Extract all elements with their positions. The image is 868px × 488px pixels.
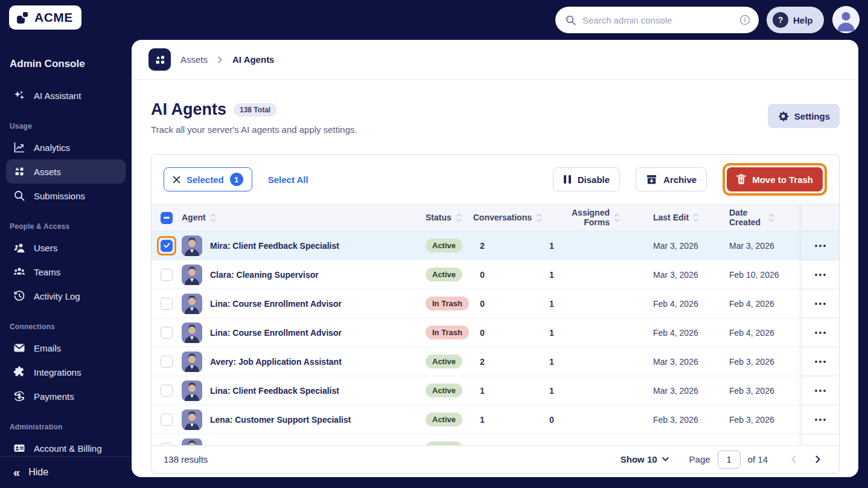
column-header-date-created[interactable]: Date Created [720,208,801,227]
selected-count-badge: 1 [230,173,243,186]
sidebar: Admin Console AI Assistant UsageAnalytic… [0,40,132,488]
settings-button[interactable]: Settings [768,104,840,128]
column-header-status[interactable]: Status [420,213,480,222]
puzzle-icon [13,366,25,378]
agent-name[interactable]: Lena: Customer Support Specialist [210,415,351,425]
sidebar-item-integrations[interactable]: Integrations [6,360,126,384]
row-checkbox[interactable] [161,269,173,281]
sidebar-item-activity-log[interactable]: Activity Log [6,284,126,308]
status-badge: Active [426,239,462,252]
archive-button[interactable]: Archive [636,167,707,191]
agent-name[interactable]: Clara: Cleaning Supervisor [210,270,319,280]
total-count-badge: 138 Total [234,103,276,117]
conversations-count: 0 [480,270,485,280]
row-actions-menu-button[interactable] [811,357,829,367]
breadcrumb-assets[interactable]: Assets [180,54,208,65]
assigned-forms-count: 1 [549,386,554,396]
row-checkbox[interactable] [161,327,173,339]
activity-log-icon [13,290,25,302]
users-icon [13,242,25,254]
sidebar-item-ai-assistant[interactable]: AI Assistant [6,83,126,108]
row-checkbox[interactable] [161,385,173,397]
sidebar-hide-button[interactable]: « Hide [0,456,132,488]
sort-icon [536,213,542,222]
row-checkbox[interactable] [161,240,173,252]
sidebar-item-payments[interactable]: Payments [6,384,126,408]
row-actions-menu-button[interactable] [811,299,829,309]
sidebar-item-users[interactable]: Users [6,236,126,260]
results-count: 138 results [164,454,208,464]
conversations-count: 1 [480,415,485,425]
row-actions-menu-button[interactable] [811,386,829,396]
select-all-checkbox[interactable] [161,212,173,224]
gear-icon [777,111,789,122]
table-row: Clara: Cleaning SupervisorActive01Mar 3,… [152,260,839,289]
row-checkbox[interactable] [161,414,173,426]
next-page-button[interactable] [809,451,827,469]
agent-name[interactable]: Lina: Course Enrollment Advisor [210,299,342,309]
sidebar-section-label: Connections [10,323,122,331]
date-created: Feb 4, 2026 [729,328,774,338]
agent-name[interactable]: Lina: Course Enrollment Advisor [210,328,342,338]
column-header-actions [801,205,839,231]
conversations-count: 1 [480,386,485,396]
row-checkbox[interactable] [161,298,173,310]
chevron-right-icon [815,455,820,463]
column-header-assigned-forms[interactable]: Assigned Forms [549,208,628,227]
row-actions-menu-button[interactable] [811,241,829,251]
question-icon: ? [773,12,788,28]
column-header-last-edit[interactable]: Last Edit [628,213,720,222]
last-edit-date: Feb 3, 2026 [653,415,698,425]
row-actions-menu-button[interactable] [811,415,829,425]
top-header: ACME ? Help [0,0,868,40]
row-actions-menu-button[interactable] [811,328,829,338]
page-number-input[interactable] [718,451,741,469]
sidebar-item-emails[interactable]: Emails [6,336,126,360]
payments-icon [13,390,25,402]
move-to-trash-button[interactable]: Move to Trash [727,167,823,191]
table-toolbar: Selected 1 Select All Disable Archive Mo… [152,155,839,204]
agent-name[interactable]: Lina: Client Feedback Specialist [210,386,339,396]
date-created: Feb 3, 2026 [729,357,774,367]
sidebar-item-teams[interactable]: Teams [6,260,126,284]
table-row: Mira: Client Feedback SpecialistActive21… [152,231,839,260]
row-checkbox[interactable] [161,356,173,368]
sidebar-section-label: Administration [10,423,122,431]
sidebar-item-label: Analytics [34,143,70,153]
date-created: Feb 3, 2026 [729,415,774,425]
table-row: Lina: Course Enrollment AdvisorIn Trash0… [152,289,839,318]
column-header-agent[interactable]: Agent [182,213,420,222]
select-all-button[interactable]: Select All [268,175,308,185]
status-badge: Active [426,268,462,281]
agent-name[interactable]: Mira: Client Feedback Specialist [210,241,339,251]
column-header-conversations[interactable]: Conversations [480,213,549,222]
last-edit-date: Mar 3, 2026 [653,270,698,280]
sidebar-item-assets[interactable]: Assets [6,159,126,184]
acme-logo-icon [15,10,31,25]
table-body: Mira: Client Feedback SpecialistActive21… [152,231,839,463]
close-icon [173,176,180,184]
assigned-forms-count: 1 [549,357,554,367]
assigned-forms-count: 1 [549,270,554,280]
selected-filter-button[interactable]: Selected 1 [164,167,252,191]
show-per-page-dropdown[interactable]: Show 10 [621,454,669,464]
previous-page-button[interactable] [785,451,803,469]
info-icon[interactable] [739,14,750,25]
search-input[interactable] [582,15,733,25]
help-button[interactable]: ? Help [767,7,824,33]
chevron-left-icon [791,455,796,463]
assigned-forms-count: 1 [549,241,554,251]
row-actions-menu-button[interactable] [811,270,829,280]
sidebar-item-analytics[interactable]: Analytics [6,135,126,159]
breadcrumb: Assets AI Agents [132,40,858,80]
agent-avatar [182,323,202,343]
sidebar-item-label: Teams [34,267,60,277]
user-avatar[interactable] [832,6,860,33]
sidebar-item-label: Assets [34,167,61,177]
table-row: Lena: Customer Support SpecialistActive1… [152,405,839,434]
disable-button[interactable]: Disable [553,167,620,191]
agent-name[interactable]: Avery: Job Application Assistant [210,357,342,367]
acme-logo[interactable]: ACME [9,5,81,30]
sidebar-item-submissions[interactable]: Submissions [6,184,126,208]
conversations-count: 0 [480,299,485,309]
